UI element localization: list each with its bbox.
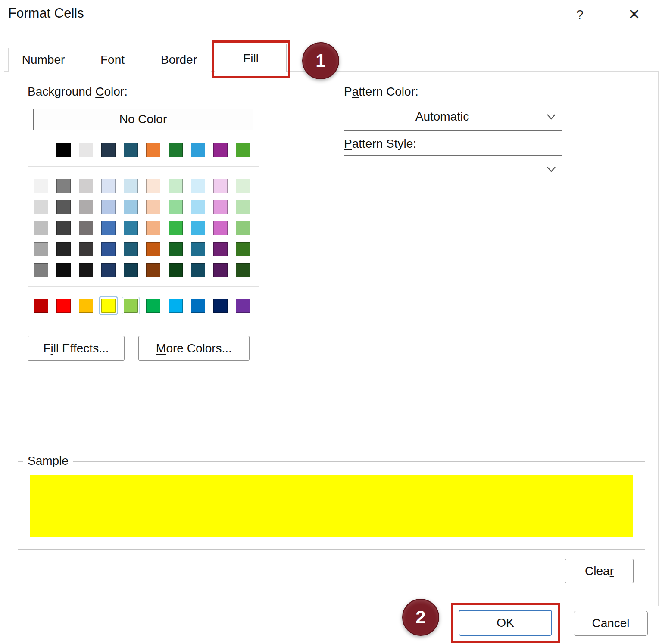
color-swatch-1f6e8f[interactable] <box>191 242 205 256</box>
color-swatch-00b0f0[interactable] <box>169 299 183 313</box>
color-swatch-93268f[interactable] <box>213 143 228 157</box>
color-swatch-176523[interactable] <box>169 242 183 256</box>
color-swatch-24374b[interactable] <box>101 143 116 157</box>
color-swatch-d2edfa[interactable] <box>191 179 205 193</box>
color-swatch-8fcb7b[interactable] <box>236 221 250 235</box>
fill-effects-button-label: Fill Effects... <box>44 342 109 355</box>
color-swatch-d0cece[interactable] <box>79 179 93 193</box>
color-swatch-1f5e78[interactable] <box>124 242 138 256</box>
color-swatch-41b6e6[interactable] <box>191 221 205 235</box>
color-swatch-bfbfbf[interactable] <box>34 221 48 235</box>
more-colors-button[interactable]: More Colors... <box>138 336 250 361</box>
color-swatch-0d0d0d[interactable] <box>56 263 71 277</box>
format-cells-dialog: Format Cells ? ✕ Number Font Border Fill… <box>0 0 662 644</box>
cancel-button[interactable]: Cancel <box>574 611 648 636</box>
color-swatch-ffff00[interactable] <box>101 299 116 313</box>
palette-separator <box>28 166 259 167</box>
chevron-down-icon[interactable] <box>540 103 562 130</box>
color-swatch-b4c7e7[interactable] <box>101 200 116 214</box>
color-swatch-cde4f0[interactable] <box>124 179 138 193</box>
tab-fill[interactable]: Fill <box>215 44 287 72</box>
color-swatch-ed7d31[interactable] <box>146 143 160 157</box>
color-swatch-f4b183[interactable] <box>146 221 160 235</box>
color-swatch-808080[interactable] <box>56 179 71 193</box>
color-swatch-123f52[interactable] <box>124 263 138 277</box>
color-swatch-3b3838[interactable] <box>79 242 93 256</box>
color-swatch-92d050[interactable] <box>124 299 138 313</box>
label-part: olor: <box>104 85 127 98</box>
color-swatch-a6a6a6[interactable] <box>34 242 48 256</box>
color-swatch-d9d9d9[interactable] <box>34 200 48 214</box>
color-swatch-124a60[interactable] <box>191 263 205 277</box>
ok-button[interactable]: OK <box>459 610 552 636</box>
pattern-style-value <box>344 156 540 183</box>
color-swatch-7030a0[interactable] <box>236 299 250 313</box>
color-swatch-00b050[interactable] <box>146 299 160 313</box>
tab-font[interactable]: Font <box>78 48 147 72</box>
color-swatch-c00000[interactable] <box>34 299 48 313</box>
color-swatch-f2f2f2[interactable] <box>34 179 48 193</box>
color-swatch-fbe5d6[interactable] <box>146 179 160 193</box>
color-swatch-4ea72e[interactable] <box>236 143 250 157</box>
more-colors-button-label: More Colors... <box>156 342 232 355</box>
no-color-button[interactable]: No Color <box>33 109 253 130</box>
color-swatch-843c0c[interactable] <box>146 263 160 277</box>
color-swatch-404040[interactable] <box>56 221 71 235</box>
color-swatch-2f5597[interactable] <box>101 242 116 256</box>
tab-fill-label: Fill <box>243 52 259 65</box>
color-swatch-b9e2b1[interactable] <box>236 200 250 214</box>
color-swatch-c55a11[interactable] <box>146 242 160 256</box>
color-swatch-595959[interactable] <box>56 200 71 214</box>
pattern-style-dropdown[interactable] <box>344 155 562 183</box>
color-swatch-aeabab[interactable] <box>79 200 93 214</box>
pattern-style-label: Pattern Style: <box>344 137 416 151</box>
color-swatch-25511a[interactable] <box>236 263 250 277</box>
close-icon[interactable]: ✕ <box>628 6 640 23</box>
chevron-down-icon[interactable] <box>540 156 562 183</box>
theme-colors-row <box>34 143 250 157</box>
clear-button[interactable]: Clear <box>565 559 634 583</box>
color-swatch-551a5e[interactable] <box>213 263 228 277</box>
color-swatch-d9e2f3[interactable] <box>101 179 116 193</box>
tab-number[interactable]: Number <box>8 48 78 72</box>
color-swatch-d06bc8[interactable] <box>213 221 228 235</box>
color-swatch-181717[interactable] <box>79 263 93 277</box>
color-swatch-f8cbad[interactable] <box>146 200 160 214</box>
color-swatch-38771f[interactable] <box>236 242 250 256</box>
color-swatch-1f5870[interactable] <box>124 143 138 157</box>
color-swatch-dcf0d8[interactable] <box>236 179 250 193</box>
color-swatch-2e9fda[interactable] <box>191 143 205 157</box>
clear-button-label: Clear <box>585 564 614 578</box>
color-swatch-9cc9e4[interactable] <box>124 200 138 214</box>
color-swatch-1e7b2f[interactable] <box>169 143 183 157</box>
color-swatch-e29bdd[interactable] <box>213 200 228 214</box>
color-swatch-7f7f7f[interactable] <box>34 263 48 277</box>
color-swatch-4374b9[interactable] <box>101 221 116 235</box>
color-swatch-c9eccb[interactable] <box>169 179 183 193</box>
color-swatch-002060[interactable] <box>213 299 228 313</box>
color-swatch-000000[interactable] <box>56 143 71 157</box>
dialog-title: Format Cells <box>8 6 84 21</box>
color-swatch-37b747[interactable] <box>169 221 183 235</box>
color-swatch-6f2173[interactable] <box>213 242 228 256</box>
color-swatch-e7e6e6[interactable] <box>79 143 93 157</box>
color-swatch-a6ddf6[interactable] <box>191 200 205 214</box>
color-swatch-f0cdee[interactable] <box>213 179 228 193</box>
variant-colors-row <box>34 242 250 256</box>
color-swatch-2e7fa3[interactable] <box>124 221 138 235</box>
color-swatch-767171[interactable] <box>79 221 93 235</box>
ok-button-label: OK <box>496 616 514 630</box>
help-icon[interactable]: ? <box>576 7 584 22</box>
color-swatch-ffc000[interactable] <box>79 299 93 313</box>
tab-border-label: Border <box>161 53 197 67</box>
color-swatch-1f3864[interactable] <box>101 263 116 277</box>
color-swatch-262626[interactable] <box>56 242 71 256</box>
color-swatch-0e4417[interactable] <box>169 263 183 277</box>
color-swatch-0070c0[interactable] <box>191 299 205 313</box>
color-swatch-ff0000[interactable] <box>56 299 71 313</box>
color-swatch-ffffff[interactable] <box>34 143 48 157</box>
pattern-color-dropdown[interactable]: Automatic <box>344 103 562 131</box>
tab-border[interactable]: Border <box>147 48 211 72</box>
color-swatch-94db9a[interactable] <box>169 200 183 214</box>
fill-effects-button[interactable]: Fill Effects... <box>28 336 125 361</box>
